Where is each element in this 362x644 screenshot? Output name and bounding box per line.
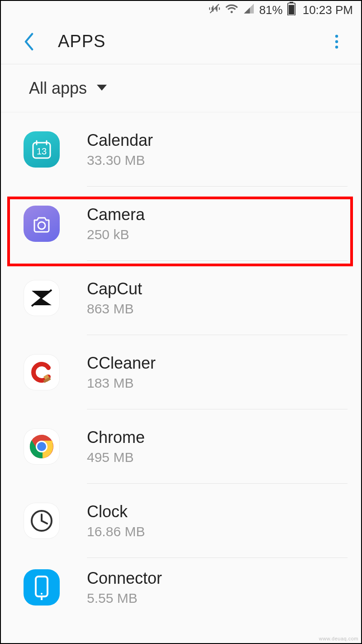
app-name-label: CapCut: [87, 279, 142, 298]
filter-label: All apps: [29, 79, 87, 98]
vibrate-icon: [209, 3, 220, 18]
app-row-camera[interactable]: Camera 250 kB: [1, 187, 361, 261]
app-size-label: 5.55 MB: [87, 591, 162, 606]
app-name-label: CCleaner: [87, 354, 156, 373]
svg-rect-3: [289, 5, 294, 14]
chevron-down-icon: [96, 83, 108, 93]
app-bar: APPS: [1, 19, 361, 64]
svg-marker-7: [97, 85, 107, 91]
app-name-label: Chrome: [87, 428, 145, 447]
more-options-button[interactable]: [328, 30, 346, 53]
app-row-capcut[interactable]: CapCut 863 MB: [1, 261, 361, 335]
wifi-icon: [225, 3, 238, 18]
watermark: www.deuaq.com: [319, 636, 358, 641]
app-name-label: Connector: [87, 569, 162, 588]
filter-dropdown[interactable]: All apps: [1, 64, 361, 112]
app-size-label: 250 kB: [87, 227, 145, 242]
app-size-label: 495 MB: [87, 450, 145, 465]
camera-icon: [24, 206, 60, 242]
battery-icon: [287, 2, 295, 19]
status-time: 10:23 PM: [303, 3, 353, 17]
app-name-label: Clock: [87, 502, 145, 521]
app-row-calendar[interactable]: 13 Calendar 33.30 MB: [1, 112, 361, 187]
app-size-label: 183 MB: [87, 375, 156, 391]
app-name-label: Camera: [87, 205, 145, 224]
app-size-label: 33.30 MB: [87, 153, 153, 168]
svg-line-0: [210, 4, 219, 13]
svg-point-26: [41, 593, 43, 595]
ccleaner-icon: [24, 354, 60, 390]
app-list: 13 Calendar 33.30 MB Camera 250 kB CapCu…: [1, 112, 361, 617]
app-size-label: 16.86 MB: [87, 524, 145, 539]
app-row-clock[interactable]: Clock 16.86 MB: [1, 484, 361, 558]
calendar-icon: 13: [24, 131, 60, 168]
battery-percent: 81%: [259, 3, 283, 17]
svg-point-12: [38, 222, 45, 229]
svg-point-20: [37, 442, 46, 451]
svg-point-5: [335, 40, 338, 43]
status-bar: 81% 10:23 PM: [1, 1, 361, 19]
page-title: APPS: [58, 32, 105, 51]
signal-icon: [243, 3, 255, 18]
svg-text:13: 13: [37, 146, 47, 156]
back-button[interactable]: [20, 28, 38, 55]
app-row-connector[interactable]: Connector 5.55 MB: [1, 558, 361, 617]
app-row-ccleaner[interactable]: CCleaner 183 MB: [1, 335, 361, 409]
app-name-label: Calendar: [87, 131, 153, 150]
capcut-icon: [24, 280, 60, 316]
connector-icon: [24, 569, 60, 606]
svg-point-6: [335, 45, 338, 48]
app-size-label: 863 MB: [87, 301, 142, 317]
svg-point-4: [335, 34, 338, 37]
app-row-chrome[interactable]: Chrome 495 MB: [1, 409, 361, 484]
svg-line-23: [42, 521, 47, 524]
clock-icon: [24, 503, 60, 539]
chrome-icon: [24, 428, 60, 465]
